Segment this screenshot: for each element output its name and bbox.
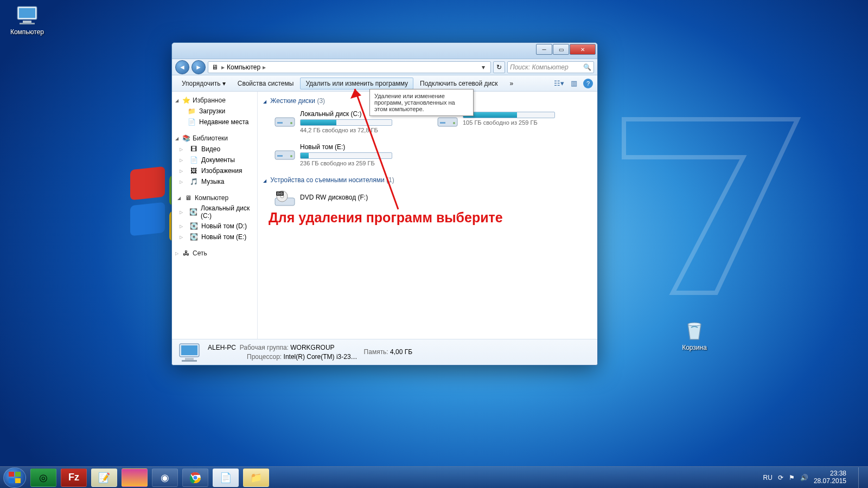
sidebar-drive-c[interactable]: ▷💽Локальный диск (C:) [172,203,257,221]
navigation-pane: ◢⭐Избранное 📁Загрузки 📄Недавние места ◢📚… [172,92,258,339]
svg-text:DVD: DVD [277,192,283,195]
drive-name: Новый том (E:) [300,143,415,151]
taskbar-app-explorer[interactable]: 📁 [243,468,269,487]
sidebar-network[interactable]: ▷🖧Сеть [172,248,257,259]
desktop-icon-computer[interactable]: Компьютер [5,4,49,36]
tray-clock[interactable]: 23:38 28.07.2015 [814,470,846,485]
close-button[interactable]: ✕ [570,44,596,55]
system-properties-button[interactable]: Свойства системы [232,78,299,89]
search-placeholder: Поиск: Компьютер [510,63,569,71]
svg-point-13 [290,155,292,157]
svg-rect-9 [440,122,445,124]
recycle-bin-icon [681,320,707,342]
sidebar-recent[interactable]: 📄Недавние места [172,117,257,127]
svg-rect-21 [185,358,194,360]
sidebar-music[interactable]: ▷🎵Музыка [172,176,257,187]
taskbar-app-1[interactable]: ◎ [30,468,56,487]
taskbar-app-media[interactable] [122,468,148,487]
sidebar-favorites[interactable]: ◢⭐Избранное [172,95,257,106]
sidebar-documents[interactable]: ▷📄Документы [172,155,257,165]
svg-point-7 [290,122,292,124]
tray-volume-icon[interactable]: 🔊 [800,474,808,481]
drive-free-space: 105 ГБ свободно из 259 ГБ [463,119,578,126]
breadcrumb-sep: ▸ [221,63,225,71]
video-icon: 🎞 [189,145,198,153]
drive-name: DVD RW дисковод (F:) [300,194,415,201]
sidebar-drive-e[interactable]: ▷💽Новый том (E:) [172,232,257,242]
drive-icon: 💽 [189,208,197,216]
toolbar-overflow[interactable]: » [504,78,519,89]
taskbar-app-writer[interactable]: 📄 [213,468,239,487]
pc-cpu: Intel(R) Core(TM) i3-23… [284,353,358,361]
search-input[interactable]: Поиск: Компьютер 🔍 [507,61,594,73]
hard-drive-icon [274,143,296,162]
svg-rect-22 [182,360,197,362]
details-pane: ALEH-PC Рабочая группа: WORKGROUP Процес… [172,339,597,365]
svg-rect-3 [20,23,35,24]
taskbar-app-notepadpp[interactable]: 📝 [91,468,117,487]
system-tray: RU ⟳ ⚑ 🔊 23:38 28.07.2015 [763,467,865,488]
desktop-icon-recycle[interactable]: Корзина [673,320,716,351]
show-desktop-button[interactable] [858,467,865,488]
drive-free-space: 44,2 ГБ свободно из 72,8 ГБ [300,127,415,133]
address-bar[interactable]: 🖥 ▸ Компьютер ▸ ▾ [208,61,491,73]
pc-workgroup: WORKGROUP [290,344,334,351]
view-options-button[interactable]: ☷▾ [553,78,565,89]
refresh-button[interactable]: ↻ [493,61,505,73]
svg-point-26 [193,475,197,479]
drive-usage-bar [463,112,555,118]
desktop-icon-label: Компьютер [5,28,49,36]
desktop-icon-label: Корзина [673,344,716,351]
libraries-icon: 📚 [182,134,190,143]
breadcrumb-sep: ▸ [263,63,266,71]
pc-memory: 4,00 ГБ [390,348,412,356]
forward-button[interactable]: ► [192,60,206,74]
preview-pane-button[interactable]: ▥ [568,78,580,89]
tray-action-center-icon[interactable]: ⚑ [789,474,795,481]
window-titlebar[interactable]: ─ ▭ ✕ [172,43,597,59]
sidebar-libraries[interactable]: ◢📚Библиотеки [172,133,257,144]
network-icon: 🖧 [182,249,190,258]
drive-item-dvd[interactable]: DVD DVD RW дисковод (F:) [274,189,415,208]
organize-menu[interactable]: Упорядочить ▾ [176,78,231,89]
taskbar-app-chrome[interactable] [182,468,208,487]
folder-icon: 📁 [187,107,196,115]
section-removable[interactable]: ◢ Устройства со съемными носителями (1) [263,174,592,186]
uninstall-program-button[interactable]: Удалить или изменить программу [300,78,413,89]
drive-item-e[interactable]: Новый том (E:) 236 ГБ свободно из 259 ГБ [274,143,415,166]
computer-icon [14,4,40,26]
recent-icon: 📄 [187,118,196,126]
minimize-button[interactable]: ─ [536,44,552,55]
taskbar-app-sharex[interactable]: ◉ [152,468,178,487]
svg-rect-12 [277,155,283,157]
svg-rect-2 [23,21,31,23]
breadcrumb-item[interactable]: Компьютер [227,63,260,71]
taskbar: ◎ Fz 📝 ◉ 📄 📁 RU ⟳ ⚑ 🔊 23:38 28.07.2015 [0,466,868,488]
svg-rect-6 [277,122,283,124]
drive-icon: 💽 [189,222,198,230]
computer-icon: 🖥 [184,194,193,202]
tray-sync-icon[interactable]: ⟳ [778,474,783,481]
pictures-icon: 🖼 [189,166,198,175]
computer-icon: 🖥 [210,63,219,72]
start-button[interactable] [3,467,26,488]
drive-usage-bar [300,119,392,126]
pc-name: ALEH-PC [208,344,236,351]
language-indicator[interactable]: RU [763,474,773,481]
help-button[interactable]: ? [583,79,593,88]
drive-icon: 💽 [189,233,198,241]
back-button[interactable]: ◄ [175,60,189,74]
map-network-drive-button[interactable]: Подключить сетевой диск [414,78,503,89]
sidebar-drive-d[interactable]: ▷💽Новый том (D:) [172,221,257,232]
taskbar-app-filezilla[interactable]: Fz [61,468,87,487]
drive-free-space: 236 ГБ свободно из 259 ГБ [300,160,415,166]
drive-usage-bar [300,152,392,159]
address-dropdown[interactable]: ▾ [478,63,488,71]
svg-point-10 [453,122,455,124]
sidebar-computer[interactable]: ◢🖥Компьютер [174,192,255,203]
maximize-button[interactable]: ▭ [553,44,569,55]
sidebar-pictures[interactable]: ▷🖼Изображения [172,165,257,176]
search-icon: 🔍 [583,63,591,71]
sidebar-downloads[interactable]: 📁Загрузки [172,106,257,117]
sidebar-video[interactable]: ▷🎞Видео [172,144,257,155]
